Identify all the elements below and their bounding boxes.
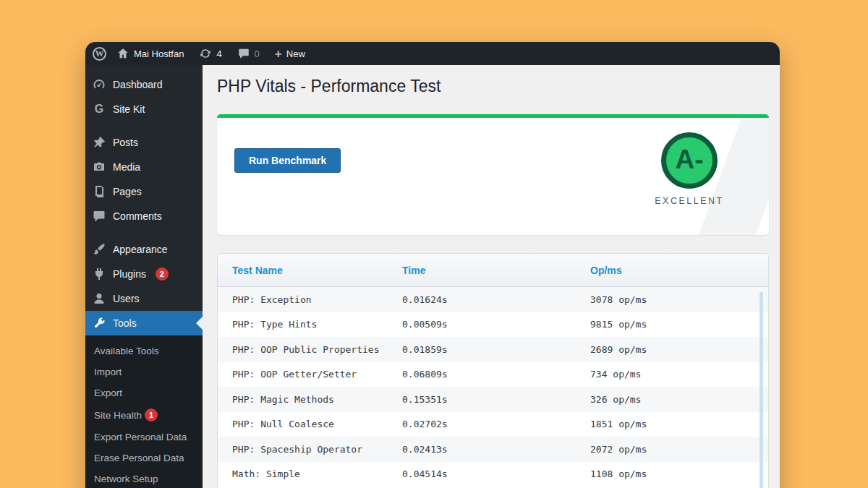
grade-badge: A- bbox=[661, 132, 718, 189]
cell-time: 0.06809s bbox=[402, 369, 590, 380]
main-content: PHP Vitals - Performance Test Run Benchm… bbox=[203, 65, 780, 488]
submenu-item-erase-personal-data[interactable]: Erase Personal Data bbox=[85, 448, 203, 468]
cell-test-name: PHP: Spaceship Operator bbox=[218, 444, 402, 455]
updates-icon bbox=[199, 47, 212, 60]
submenu-item-export-personal-data[interactable]: Export Personal Data bbox=[85, 427, 203, 448]
admin-bar: W Mai Hostfan 4 0 + New bbox=[85, 42, 780, 65]
sidebar-item-label: Plugins bbox=[113, 268, 146, 280]
sidebar-item-label: Site Kit bbox=[113, 103, 145, 115]
submenu-item-export[interactable]: Export bbox=[85, 382, 203, 403]
sidebar-separator bbox=[85, 121, 203, 130]
wrench-icon bbox=[92, 316, 106, 330]
wordpress-admin-window: W Mai Hostfan 4 0 + New bbox=[85, 42, 780, 488]
home-icon bbox=[116, 47, 129, 60]
tools-submenu: Available Tools Import Export Site Healt… bbox=[85, 335, 203, 488]
wordpress-logo-icon[interactable]: W bbox=[93, 47, 106, 61]
grade-label: EXCELLENT bbox=[642, 196, 736, 206]
sidebar-item-label: Pages bbox=[113, 186, 142, 197]
table-scrollbar[interactable] bbox=[760, 292, 763, 488]
comments-icon bbox=[92, 209, 106, 223]
camera-icon bbox=[92, 160, 106, 174]
column-header-time[interactable]: Time bbox=[402, 265, 590, 276]
sidebar-item-label: Media bbox=[113, 161, 140, 173]
cell-test-name: Math: Simple bbox=[218, 468, 402, 479]
submenu-item-import[interactable]: Import bbox=[85, 361, 203, 382]
sidebar-item-site-kit[interactable]: G Site Kit bbox=[85, 97, 203, 121]
table-row: Math: Simple 0.04514s 1108 op/ms bbox=[218, 462, 768, 487]
cell-test-name: PHP: Type Hints bbox=[218, 319, 402, 330]
sidebar-item-pages[interactable]: Pages bbox=[85, 179, 203, 204]
table-row: PHP: Null Coalesce 0.02702s 1851 op/ms bbox=[218, 412, 768, 437]
sidebar-item-plugins[interactable]: Plugins 2 bbox=[85, 262, 203, 286]
page-title: PHP Vitals - Performance Test bbox=[217, 75, 769, 97]
table-body: PHP: Exception 0.01624s 3078 op/ms PHP: … bbox=[218, 287, 768, 487]
submenu-item-available-tools[interactable]: Available Tools bbox=[85, 341, 203, 361]
benchmark-card: Run Benchmark A- EXCELLENT bbox=[217, 114, 769, 235]
sidebar-item-media[interactable]: Media bbox=[85, 155, 203, 179]
cell-test-name: PHP: Magic Methods bbox=[218, 394, 402, 405]
run-benchmark-button[interactable]: Run Benchmark bbox=[234, 148, 341, 173]
sidebar-item-comments[interactable]: Comments bbox=[85, 204, 203, 228]
pushpin-icon bbox=[92, 135, 106, 150]
cell-opms: 9815 op/ms bbox=[590, 319, 768, 330]
cell-time: 0.15351s bbox=[402, 394, 590, 405]
cell-time: 0.02413s bbox=[402, 444, 590, 455]
comments-menu[interactable]: 0 bbox=[232, 47, 265, 60]
sidebar-item-users[interactable]: Users bbox=[85, 286, 203, 311]
dashboard-icon bbox=[92, 77, 106, 92]
comment-bubble-icon bbox=[237, 47, 250, 60]
admin-sidebar: Dashboard G Site Kit Posts Media bbox=[85, 65, 203, 488]
submenu-label: Site Health bbox=[94, 410, 142, 421]
sidebar-item-tools[interactable]: Tools bbox=[85, 311, 203, 335]
sidebar-item-label: Dashboard bbox=[113, 79, 163, 90]
column-header-opms[interactable]: Op/ms bbox=[590, 265, 768, 276]
cell-opms: 3078 op/ms bbox=[590, 294, 768, 305]
grade-block: A- EXCELLENT bbox=[642, 132, 736, 206]
cell-opms: 2689 op/ms bbox=[590, 344, 768, 355]
submenu-label: Import bbox=[94, 367, 122, 377]
cell-opms: 1851 op/ms bbox=[590, 419, 768, 429]
sidebar-item-label: Comments bbox=[113, 210, 162, 222]
cell-time: 0.01624s bbox=[402, 294, 590, 305]
table-row: PHP: Magic Methods 0.15351s 326 op/ms bbox=[218, 387, 768, 412]
pages-icon bbox=[92, 184, 106, 199]
table-row: PHP: Type Hints 0.00509s 9815 op/ms bbox=[218, 312, 768, 338]
cell-opms: 734 op/ms bbox=[590, 369, 768, 380]
cell-test-name: PHP: OOP Getter/Setter bbox=[218, 369, 402, 380]
sidebar-item-label: Appearance bbox=[113, 244, 168, 255]
cell-time: 0.01859s bbox=[402, 344, 590, 355]
table-header-row: Test Name Time Op/ms bbox=[218, 254, 768, 287]
plus-icon: + bbox=[275, 48, 282, 60]
cell-test-name: PHP: Null Coalesce bbox=[218, 419, 402, 429]
submenu-item-site-health[interactable]: Site Health 1 bbox=[85, 403, 203, 427]
table-row: PHP: OOP Getter/Setter 0.06809s 734 op/m… bbox=[218, 362, 768, 388]
site-health-badge: 1 bbox=[145, 408, 158, 421]
table-row: PHP: Spaceship Operator 0.02413s 2072 op… bbox=[218, 437, 768, 462]
sidebar-item-posts[interactable]: Posts bbox=[85, 130, 203, 155]
cell-opms: 326 op/ms bbox=[590, 394, 768, 405]
new-label: New bbox=[286, 48, 305, 59]
submenu-label: Export Personal Data bbox=[94, 432, 187, 442]
table-row: PHP: OOP Public Properties 0.01859s 2689… bbox=[218, 337, 768, 362]
submenu-item-network-setup[interactable]: Network Setup bbox=[85, 468, 203, 488]
table-row: PHP: Exception 0.01624s 3078 op/ms bbox=[218, 287, 768, 312]
cell-opms: 2072 op/ms bbox=[590, 444, 768, 455]
new-content-menu[interactable]: + New bbox=[270, 48, 310, 60]
cell-time: 0.00509s bbox=[402, 319, 590, 330]
sidebar-item-label: Posts bbox=[113, 137, 138, 148]
column-header-test-name[interactable]: Test Name bbox=[218, 265, 402, 276]
sidebar-item-dashboard[interactable]: Dashboard bbox=[85, 72, 203, 97]
user-icon bbox=[92, 291, 106, 306]
cell-opms: 1108 op/ms bbox=[590, 468, 768, 479]
plugins-update-badge: 2 bbox=[156, 267, 169, 281]
sidebar-item-appearance[interactable]: Appearance bbox=[85, 237, 203, 262]
site-name: Mai Hostfan bbox=[134, 48, 184, 59]
submenu-label: Export bbox=[94, 388, 122, 398]
cell-time: 0.04514s bbox=[402, 468, 590, 479]
site-name-menu[interactable]: Mai Hostfan bbox=[111, 47, 189, 60]
comments-count: 0 bbox=[255, 48, 260, 59]
sidebar-item-label: Users bbox=[113, 293, 140, 304]
sidebar-separator bbox=[85, 228, 203, 237]
submenu-label: Network Setup bbox=[94, 474, 158, 484]
updates-menu[interactable]: 4 bbox=[194, 47, 226, 60]
